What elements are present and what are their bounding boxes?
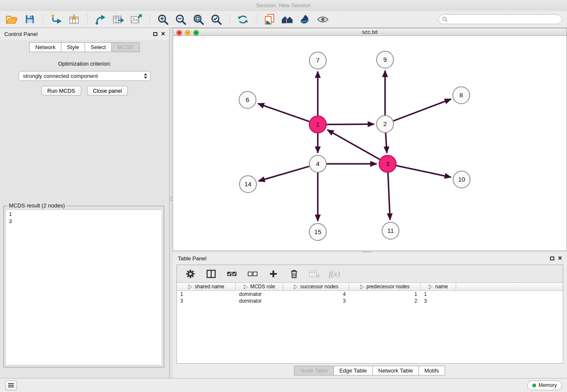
refresh-view-button[interactable] (236, 13, 250, 26)
export-table-icon (113, 14, 124, 25)
copy-document-button[interactable] (263, 13, 276, 26)
export-network-button[interactable] (94, 13, 107, 26)
edge-3-1[interactable] (328, 130, 380, 160)
mcds-result-text[interactable]: 1 3 (6, 210, 162, 365)
toolbar-separator (149, 14, 150, 25)
column-header-successor-nodes[interactable]: successor nodes (283, 283, 349, 290)
window-title: Session: New Session (256, 2, 311, 8)
network-window-titlebar[interactable]: × − + scc.txt (173, 28, 567, 36)
tab-node-table[interactable]: Node Table (294, 366, 334, 375)
mcds-result-group: MCDS result (2 nodes) 1 3 (3, 206, 164, 367)
select-all-button[interactable] (225, 267, 239, 281)
export-image-button[interactable] (129, 13, 143, 26)
delete-table-button[interactable] (308, 267, 322, 281)
node-6[interactable]: 6 (239, 91, 256, 108)
show-column-button[interactable] (204, 267, 218, 281)
edge-1-6[interactable] (258, 104, 310, 122)
save-session-button[interactable] (23, 13, 36, 26)
zoom-in-button[interactable] (156, 13, 170, 26)
sort-icon (243, 284, 248, 289)
memory-button[interactable]: Memory (527, 381, 562, 390)
save-icon (25, 14, 35, 24)
float-panel-icon[interactable] (153, 32, 157, 36)
zoom-selected-icon (211, 14, 222, 25)
edge-4-14[interactable] (259, 166, 309, 181)
minimize-window-icon[interactable]: − (185, 30, 190, 36)
delete-column-button[interactable] (287, 267, 301, 281)
tab-edge-table[interactable]: Edge Table (333, 366, 373, 375)
close-window-icon[interactable]: × (176, 30, 182, 36)
status-menu-button[interactable] (5, 381, 17, 390)
run-mcds-button[interactable]: Run MCDS (41, 86, 81, 96)
network-window-title: scc.txt (362, 29, 378, 35)
table-row[interactable]: 3dominator323 (177, 298, 563, 304)
eye-icon (317, 16, 329, 23)
node-3[interactable]: 3 (379, 155, 396, 172)
table-settings-button[interactable] (184, 267, 197, 281)
tab-network-table[interactable]: Network Table (372, 366, 419, 375)
close-panel-icon[interactable]: × (161, 30, 165, 37)
splitter-grip[interactable] (170, 194, 172, 203)
edge-2-8[interactable] (394, 99, 451, 121)
add-column-button[interactable] (267, 267, 280, 281)
toggle-view-button[interactable] (316, 13, 330, 26)
search-input[interactable] (450, 16, 558, 22)
column-header-MCDS-role[interactable]: MCDS role (236, 283, 283, 290)
zoom-selected-button[interactable] (209, 13, 223, 26)
edge-2-3[interactable] (385, 133, 387, 153)
tab-mcds[interactable]: MCDS (111, 42, 139, 52)
tab-select[interactable]: Select (85, 42, 112, 52)
export-table-button[interactable] (112, 13, 125, 26)
node-9[interactable]: 9 (377, 51, 394, 68)
node-2[interactable]: 2 (377, 116, 394, 133)
zoom-fit-button[interactable] (192, 13, 205, 26)
close-panel-button[interactable]: Close panel (87, 86, 128, 96)
node-14[interactable]: 14 (239, 176, 256, 193)
network-graph[interactable]: 7968124314101511 (173, 36, 567, 249)
node-4[interactable]: 4 (309, 155, 326, 172)
vertical-splitter[interactable] (170, 28, 173, 378)
tab-network[interactable]: Network (29, 42, 61, 52)
edge-3-10[interactable] (396, 166, 451, 177)
table-toolbar: f(x) (177, 265, 563, 283)
node-7[interactable]: 7 (309, 52, 326, 69)
annotation-paint-button[interactable] (298, 13, 312, 26)
svg-text:15: 15 (314, 228, 322, 235)
edge-1-2[interactable] (327, 124, 374, 124)
table-cell: dominator (236, 291, 283, 298)
tab-motifs[interactable]: Motifs (418, 366, 445, 375)
first-neighbors-button[interactable] (281, 13, 294, 26)
column-header-name[interactable]: name (421, 283, 456, 290)
search-field[interactable] (438, 14, 562, 24)
node-11[interactable]: 11 (382, 222, 399, 239)
node-10[interactable]: 10 (453, 171, 470, 188)
zoom-out-button[interactable] (174, 13, 187, 26)
column-header-shared-name[interactable]: shared name (177, 283, 236, 290)
table-cell: 1 (421, 291, 456, 298)
function-builder-button[interactable]: f(x) (329, 269, 340, 279)
node-table-container: f(x) shared nameMCDS rolesuccessor nodes… (176, 265, 563, 364)
import-network-button[interactable] (50, 13, 63, 26)
tab-style[interactable]: Style (61, 42, 85, 52)
node-1[interactable]: 1 (309, 116, 326, 133)
splitter-grip[interactable] (362, 251, 372, 252)
svg-text:1: 1 (316, 121, 319, 128)
network-canvas[interactable]: 7968124314101511 (173, 36, 567, 251)
table-row[interactable]: 1dominator411 (177, 291, 563, 298)
unselect-all-button[interactable] (246, 267, 259, 281)
import-network-icon (50, 14, 62, 25)
column-header-predecessor-nodes[interactable]: predecessor nodes (349, 283, 421, 290)
edge-3-11[interactable] (388, 173, 390, 220)
node-8[interactable]: 8 (453, 87, 470, 104)
float-panel-icon[interactable] (550, 257, 554, 260)
table-cell: 3 (177, 298, 236, 304)
optimization-criterion-dropdown[interactable]: strongly connected component (19, 71, 151, 81)
import-table-button[interactable] (67, 13, 81, 26)
memory-label: Memory (539, 382, 557, 388)
open-session-button[interactable] (5, 13, 19, 26)
close-panel-icon[interactable]: × (558, 255, 562, 262)
node-15[interactable]: 15 (309, 224, 326, 240)
table-body: 1dominator4113dominator323 (177, 291, 563, 304)
maximize-window-icon[interactable]: + (193, 30, 199, 36)
node-table: shared nameMCDS rolesuccessor nodesprede… (177, 283, 563, 363)
